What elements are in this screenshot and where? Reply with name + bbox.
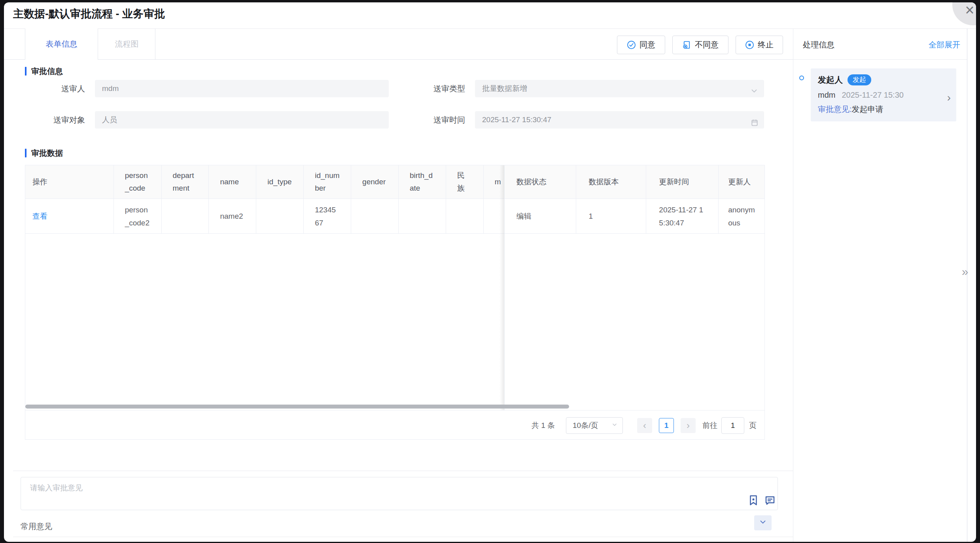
- timeline-dot: [799, 76, 804, 80]
- entry-user-line: mdm2025-11-27 15:30: [818, 89, 949, 101]
- fixed-column-divider: [504, 165, 505, 410]
- section-bar: [25, 149, 26, 157]
- opinion-text: 发起申请: [852, 105, 884, 114]
- col-id-type: id_type: [256, 165, 304, 199]
- cell-birth-date: [399, 199, 446, 234]
- message-icon[interactable]: [764, 494, 776, 508]
- cell-update-time: 2025-11-27 15:30:47: [646, 199, 719, 234]
- target-label: 送审对象: [25, 111, 85, 129]
- section-title: 审批信息: [31, 66, 63, 77]
- panel-left-divider: [793, 28, 793, 542]
- approve-button[interactable]: 同意: [617, 36, 665, 54]
- next-page-button[interactable]: ›: [681, 418, 696, 433]
- close-icon[interactable]: ×: [961, 2, 976, 19]
- tabbar-divider: [4, 59, 793, 60]
- check-circle-icon: [627, 40, 636, 49]
- entry-time: 2025-11-27 15:30: [842, 91, 903, 99]
- time-value: 2025-11-27 15:30:47: [482, 115, 551, 124]
- opinion-label: 审批意见:: [818, 105, 852, 114]
- tab-form-info[interactable]: 表单信息: [25, 28, 98, 60]
- col-ethnic: 民族: [446, 165, 484, 199]
- current-page-button[interactable]: 1: [659, 418, 674, 433]
- goto-label: 前往: [702, 420, 717, 431]
- entry-badge: 发起: [848, 74, 871, 85]
- hscrollbar-thumb[interactable]: [25, 405, 569, 409]
- stop-circle-icon: [745, 40, 754, 49]
- section-approval-info: 审批信息: [25, 66, 63, 76]
- cell-person-code: person_code2: [114, 199, 162, 234]
- expand-all-link[interactable]: 全部展开: [929, 36, 960, 54]
- collapse-panel-icon[interactable]: »: [958, 263, 972, 280]
- col-name: name: [209, 165, 256, 199]
- view-link[interactable]: 查看: [32, 210, 47, 223]
- cell-data-status: 编辑: [504, 199, 576, 234]
- section-title: 审批数据: [31, 148, 63, 159]
- col-department: department: [162, 165, 209, 199]
- comment-tools: [747, 494, 776, 508]
- entry-opinion-line: 审批意见:发起申请: [818, 103, 949, 115]
- cell-data-version: 1: [576, 199, 647, 234]
- approve-label: 同意: [639, 40, 655, 50]
- cell-gender: [351, 199, 399, 234]
- reject-button[interactable]: 不同意: [672, 36, 728, 54]
- panel-title: 处理信息: [803, 36, 834, 54]
- chevron-down-icon: [611, 421, 618, 430]
- stamp-bookmark-icon[interactable]: [747, 494, 759, 508]
- type-select[interactable]: 批量数据新增: [475, 80, 764, 97]
- col-action: 操作: [25, 165, 114, 199]
- comment-input[interactable]: [21, 477, 778, 510]
- panel-right-divider: [967, 28, 967, 542]
- time-label: 送审时间: [399, 111, 465, 129]
- file-x-icon: [682, 40, 691, 49]
- page-size-value: 10条/页: [573, 420, 598, 431]
- panel-header-divider: [793, 59, 967, 60]
- table-row: 查看 person_code2 name2 1234567 编辑 1 2025-…: [25, 199, 764, 234]
- pagination: 共 1 条 10条/页 ‹ 1 › 前往 页: [25, 410, 764, 440]
- comment-box: [21, 477, 778, 510]
- type-label: 送审类型: [399, 80, 465, 97]
- col-data-status: 数据状态: [504, 165, 576, 199]
- col-birth-date: birth_date: [399, 165, 446, 199]
- sender-field[interactable]: mdm: [95, 80, 389, 97]
- dialog-title: 主数据-默认审批流程 - 业务审批: [13, 6, 165, 21]
- page-unit-label: 页: [749, 420, 757, 431]
- cell-updater: anonymous: [719, 199, 764, 234]
- col-id-number: id_number: [304, 165, 351, 199]
- process-entry-card[interactable]: 发起人 发起 mdm2025-11-27 15:30 › 审批意见:发起申请: [811, 68, 956, 121]
- comment-bottom-divider: [13, 537, 793, 537]
- type-value: 批量数据新增: [482, 84, 527, 93]
- sender-label: 送审人: [25, 80, 85, 97]
- fixed-column-shadow: [499, 165, 504, 410]
- col-person-code: person_code: [114, 165, 162, 199]
- chevron-down-icon: [759, 518, 767, 528]
- tab-flow-chart[interactable]: 流程图: [98, 28, 155, 59]
- entry-user: mdm: [818, 91, 835, 99]
- terminate-label: 终止: [758, 40, 774, 50]
- cell-id-number: 1234567: [304, 199, 351, 234]
- time-field[interactable]: 2025-11-27 15:30:47: [475, 111, 764, 129]
- entry-header: 发起人 发起: [818, 74, 949, 86]
- approval-dialog: 主数据-默认审批流程 - 业务审批 × 表单信息 流程图 同意 不同意: [4, 2, 976, 542]
- goto-page-input[interactable]: [721, 417, 744, 434]
- common-opinions-toggle[interactable]: [754, 515, 772, 530]
- chevron-right-icon[interactable]: ›: [947, 92, 951, 103]
- cell-id-type: [256, 199, 304, 234]
- approval-data-table: 操作 person_code department name id_type i…: [25, 165, 765, 440]
- section-approval-data: 审批数据: [25, 148, 63, 158]
- table-hscrollbar: [25, 403, 764, 410]
- table-header-row: 操作 person_code department name id_type i…: [25, 165, 764, 199]
- col-gender: gender: [351, 165, 399, 199]
- target-field[interactable]: 人员: [95, 111, 389, 129]
- calendar-icon: [751, 115, 759, 129]
- col-data-version: 数据版本: [576, 165, 647, 199]
- col-updater: 更新人: [719, 165, 764, 199]
- terminate-button[interactable]: 终止: [736, 36, 783, 54]
- section-bar: [25, 67, 26, 76]
- col-update-time: 更新时间: [646, 165, 719, 199]
- entry-role: 发起人: [818, 74, 843, 85]
- cell-name: name2: [209, 199, 256, 234]
- page-size-select[interactable]: 10条/页: [566, 417, 623, 434]
- reject-label: 不同意: [695, 40, 719, 50]
- common-opinions-label: 常用意见: [21, 518, 52, 534]
- prev-page-button[interactable]: ‹: [637, 418, 652, 433]
